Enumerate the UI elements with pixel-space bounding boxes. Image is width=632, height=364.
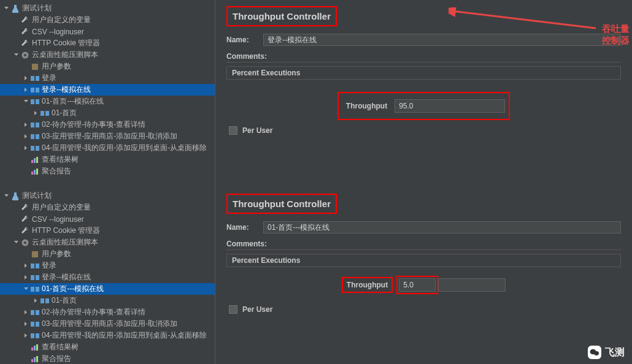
svg-rect-18 (34, 158, 36, 163)
tree-item-label: 03-应用管理-应用商店-添加应用-取消添加 (42, 319, 177, 329)
svg-rect-9 (40, 111, 44, 116)
tree-item[interactable]: CSV --loginuser (0, 213, 215, 225)
tree-item[interactable]: 用户参数 (0, 61, 215, 72)
throughput-input[interactable] (395, 99, 505, 113)
tree-toggle-icon[interactable] (12, 40, 20, 47)
tree-toggle-icon[interactable] (22, 98, 29, 105)
tree-item[interactable]: 查看结果树 (0, 154, 215, 165)
test-plan-tree[interactable]: 测试计划用户自定义的变量CSV --loginuserHTTP Cookie 管… (0, 0, 215, 188)
throughput-row: Throughput (226, 276, 621, 294)
tree-item[interactable]: 聚合报告 (0, 165, 215, 177)
loop-icon (30, 143, 40, 153)
tree-item[interactable]: 云桌面性能压测脚本 (0, 49, 215, 61)
editor-panel: Throughput Controller 吞吐量控制器 Name: Comme… (215, 0, 632, 188)
tree-item[interactable]: 用户参数 (0, 248, 215, 260)
tree-toggle-icon[interactable] (22, 344, 29, 351)
tree-item[interactable]: 03-应用管理-应用商店-添加应用-取消添加 (0, 318, 215, 330)
tree-toggle-icon[interactable] (12, 239, 20, 246)
tree-item[interactable]: 查看结果树 (0, 341, 215, 353)
tree-item-label: 登录 (42, 260, 56, 271)
tree-item[interactable]: 测试计划 (0, 2, 215, 14)
tree-item-label: 02-待办管理-待办事项-查看详情 (42, 119, 145, 130)
svg-rect-45 (34, 357, 36, 362)
name-input[interactable] (263, 34, 621, 46)
name-input[interactable] (263, 221, 621, 233)
svg-rect-40 (36, 333, 39, 338)
tree-toggle-icon[interactable] (12, 204, 20, 211)
loop-icon (40, 108, 50, 118)
tree-item[interactable]: 04-应用管理-我的应用-添加应用到桌面-从桌面移除 (0, 142, 215, 154)
svg-rect-16 (36, 146, 39, 151)
tree-toggle-icon[interactable] (22, 332, 29, 339)
tree-toggle-icon[interactable] (2, 5, 10, 12)
tree-item[interactable]: 登录 (0, 260, 215, 271)
tree-item[interactable]: 登录--模拟在线 (0, 84, 215, 96)
percent-executions-dropdown[interactable]: Percent Executions (226, 254, 621, 267)
tree-item[interactable]: 04-应用管理-我的应用-添加应用到桌面-从桌面移除 (0, 330, 215, 341)
tree-item[interactable]: 01-首页 (0, 295, 215, 306)
tree-toggle-icon[interactable] (22, 309, 29, 316)
wrench-icon (20, 214, 30, 224)
svg-rect-19 (36, 157, 38, 163)
tree-toggle-icon[interactable] (22, 133, 29, 140)
tree-toggle-icon[interactable] (22, 355, 29, 363)
tree-toggle-icon[interactable] (22, 86, 29, 94)
tree-toggle-icon[interactable] (12, 216, 20, 223)
tree-item[interactable]: CSV --loginuser (0, 26, 215, 37)
tree-toggle-icon[interactable] (12, 28, 20, 36)
tree-item[interactable]: 03-应用管理-应用商店-添加应用-取消添加 (0, 131, 215, 142)
tree-toggle-icon[interactable] (32, 297, 39, 305)
tree-toggle-icon[interactable] (22, 145, 29, 152)
per-user-checkbox[interactable] (229, 305, 237, 314)
tree-item-label: 登录--模拟在线 (42, 85, 91, 95)
tree-toggle-icon[interactable] (22, 286, 29, 293)
wrench-icon (20, 203, 30, 213)
tree-toggle-icon[interactable] (2, 192, 10, 200)
tree-toggle-icon[interactable] (22, 262, 29, 270)
tree-toggle-icon[interactable] (22, 156, 29, 164)
tree-toggle-icon[interactable] (12, 51, 20, 59)
tree-toggle-icon[interactable] (22, 168, 29, 175)
chart-icon (30, 155, 40, 165)
svg-rect-32 (36, 287, 39, 292)
tree-toggle-icon[interactable] (22, 274, 29, 281)
svg-rect-27 (31, 264, 34, 268)
tree-item-label: 01-首页---模拟在线 (42, 284, 104, 294)
app-panel-bottom: 测试计划用户自定义的变量CSV --loginuserHTTP Cookie 管… (0, 188, 632, 364)
percent-executions-dropdown[interactable]: Percent Executions (226, 66, 621, 80)
tree-toggle-icon[interactable] (22, 121, 29, 129)
tree-item[interactable]: HTTP Cookie 管理器 (0, 37, 215, 49)
tree-item[interactable]: 登录--模拟在线 (0, 271, 215, 283)
name-field-row: Name: (226, 34, 621, 46)
tree-toggle-icon[interactable] (22, 75, 29, 82)
loop-icon (30, 284, 40, 294)
throughput-input[interactable] (399, 278, 436, 292)
tree-item[interactable]: 聚合报告 (0, 353, 215, 364)
editor-panel: Throughput Controller Name: Comments: Pe… (215, 188, 632, 364)
tree-item[interactable]: 01-首页---模拟在线 (0, 96, 215, 107)
tree-item[interactable]: 01-首页 (0, 107, 215, 119)
tree-toggle-icon[interactable] (12, 227, 20, 235)
tree-item[interactable]: HTTP Cookie 管理器 (0, 225, 215, 237)
tree-toggle-icon[interactable] (12, 17, 20, 24)
tree-item[interactable]: 云桌面性能压测脚本 (0, 237, 215, 248)
tree-item[interactable]: 02-待办管理-待办事项-查看详情 (0, 119, 215, 131)
gear-icon (20, 238, 30, 248)
tree-toggle-icon[interactable] (32, 110, 39, 117)
svg-rect-37 (31, 322, 34, 327)
tree-item[interactable]: 登录 (0, 72, 215, 84)
tree-item[interactable]: 用户自定义的变量 (0, 14, 215, 26)
tree-toggle-icon[interactable] (22, 63, 29, 70)
svg-rect-36 (36, 310, 39, 315)
per-user-checkbox[interactable] (229, 126, 237, 135)
svg-rect-13 (31, 134, 34, 139)
tree-item[interactable]: 用户自定义的变量 (0, 202, 215, 213)
tree-item[interactable]: 01-首页---模拟在线 (0, 283, 215, 295)
tree-item[interactable]: 测试计划 (0, 190, 215, 202)
tree-toggle-icon[interactable] (22, 251, 29, 258)
tree-toggle-icon[interactable] (22, 320, 29, 328)
tree-item[interactable]: 02-待办管理-待办事项-查看详情 (0, 306, 215, 318)
test-plan-tree[interactable]: 测试计划用户自定义的变量CSV --loginuserHTTP Cookie 管… (0, 188, 215, 364)
loop-icon (40, 296, 50, 306)
svg-line-23 (452, 11, 596, 28)
